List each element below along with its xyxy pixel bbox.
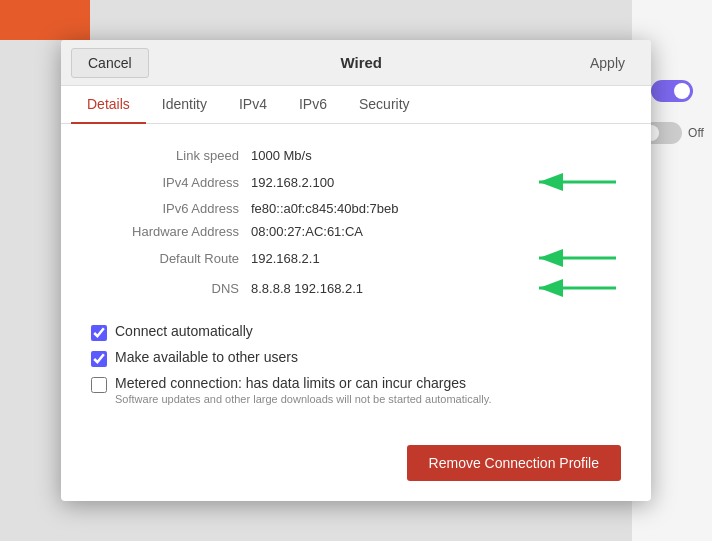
- info-row-defaultroute: Default Route 192.168.2.1: [91, 243, 621, 273]
- value-defaultroute: 192.168.2.1: [251, 251, 505, 266]
- cancel-button[interactable]: Cancel: [71, 48, 149, 78]
- dialog-header: Cancel Wired Apply: [61, 40, 651, 86]
- info-row-linkspeed: Link speed 1000 Mb/s: [91, 144, 621, 167]
- checkbox-row-available-users: Make available to other users: [91, 349, 621, 367]
- ipv4address-arrow-container: 192.168.2.100: [251, 171, 621, 193]
- info-row-ipv4address: IPv4 Address 192.168.2.100: [91, 167, 621, 197]
- arrow-dns: [531, 277, 621, 299]
- checkbox-metered[interactable]: [91, 377, 107, 393]
- tab-ipv4[interactable]: IPv4: [223, 86, 283, 124]
- info-row-ipv6address: IPv6 Address fe80::a0f:c845:40bd:7beb: [91, 197, 621, 220]
- label-metered[interactable]: Metered connection: has data limits or c…: [115, 375, 466, 391]
- info-table: Link speed 1000 Mb/s IPv4 Address 192.16…: [91, 144, 621, 303]
- checkbox-section: Connect automatically Make available to …: [91, 323, 621, 405]
- tab-identity[interactable]: Identity: [146, 86, 223, 124]
- checkbox-available-users[interactable]: [91, 351, 107, 367]
- label-ipv4address: IPv4 Address: [91, 175, 251, 190]
- tab-details[interactable]: Details: [71, 86, 146, 124]
- tab-bar: Details Identity IPv4 IPv6 Security: [61, 86, 651, 124]
- label-ipv6address: IPv6 Address: [91, 201, 251, 216]
- arrow-ipv4address: [531, 171, 621, 193]
- tab-security[interactable]: Security: [343, 86, 426, 124]
- label-hardware: Hardware Address: [91, 224, 251, 239]
- orange-accent-block: [0, 0, 90, 40]
- toggle-on-container[interactable]: [651, 80, 693, 102]
- arrow-defaultroute: [531, 247, 621, 269]
- dialog-content: Link speed 1000 Mb/s IPv4 Address 192.16…: [61, 124, 651, 435]
- remove-connection-profile-button[interactable]: Remove Connection Profile: [407, 445, 621, 481]
- value-dns: 8.8.8.8 192.168.2.1: [251, 281, 505, 296]
- apply-button[interactable]: Apply: [574, 49, 641, 77]
- dialog-footer: Remove Connection Profile: [61, 435, 651, 501]
- defaultroute-arrow-container: 192.168.2.1: [251, 247, 621, 269]
- checkbox-row-metered: Metered connection: has data limits or c…: [91, 375, 621, 405]
- value-hardware: 08:00:27:AC:61:CA: [251, 224, 621, 239]
- tab-ipv6[interactable]: IPv6: [283, 86, 343, 124]
- value-ipv4address: 192.168.2.100: [251, 175, 505, 190]
- metered-label-container: Metered connection: has data limits or c…: [115, 375, 491, 405]
- sublabel-metered: Software updates and other large downloa…: [115, 393, 491, 405]
- label-linkspeed: Link speed: [91, 148, 251, 163]
- checkbox-row-connect-auto: Connect automatically: [91, 323, 621, 341]
- info-row-dns: DNS 8.8.8.8 192.168.2.1: [91, 273, 621, 303]
- toggle-on[interactable]: [651, 80, 693, 102]
- dns-arrow-container: 8.8.8.8 192.168.2.1: [251, 277, 621, 299]
- dialog-title: Wired: [149, 54, 574, 71]
- label-available-users[interactable]: Make available to other users: [115, 349, 298, 365]
- checkbox-connect-auto[interactable]: [91, 325, 107, 341]
- label-defaultroute: Default Route: [91, 251, 251, 266]
- label-connect-auto[interactable]: Connect automatically: [115, 323, 253, 339]
- wired-dialog: Cancel Wired Apply Details Identity IPv4…: [61, 40, 651, 501]
- value-linkspeed: 1000 Mb/s: [251, 148, 621, 163]
- toggle-off-label: Off: [688, 126, 704, 140]
- label-dns: DNS: [91, 281, 251, 296]
- value-ipv6address: fe80::a0f:c845:40bd:7beb: [251, 201, 621, 216]
- info-row-hardware: Hardware Address 08:00:27:AC:61:CA: [91, 220, 621, 243]
